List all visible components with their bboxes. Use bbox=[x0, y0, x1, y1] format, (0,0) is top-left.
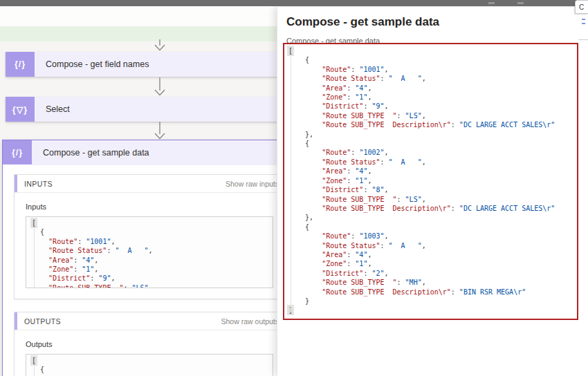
outputs-label: Outputs bbox=[26, 340, 284, 348]
outputs-header: OUTPUTS Show raw outputs bbox=[15, 312, 284, 330]
outputs-section: OUTPUTS Show raw outputs Outputs [ { bbox=[14, 312, 285, 376]
inputs-header: INPUTS Show raw inputs bbox=[15, 175, 284, 193]
compose-icon: {/} bbox=[6, 52, 35, 77]
outputs-header-label: OUTPUTS bbox=[15, 317, 221, 326]
action-card-select[interactable]: {▽} Select bbox=[6, 97, 288, 122]
browser-topbar bbox=[0, 0, 588, 6]
action-card-header[interactable]: {/} Compose - get sample data bbox=[3, 140, 290, 165]
action-card-compose-get-sample-data: {/} Compose - get sample data INPUTS Sho… bbox=[2, 140, 291, 376]
power-automate-designer: {/} Compose - get field names {▽} Select… bbox=[0, 0, 588, 376]
compose-icon: {/} bbox=[3, 140, 32, 164]
panel-decoration-dot bbox=[582, 23, 585, 24]
section-accent-bar bbox=[15, 175, 17, 192]
topbar-mark bbox=[517, 2, 524, 4]
indent-guide bbox=[34, 227, 35, 288]
select-icon: {▽} bbox=[6, 97, 35, 122]
browser-tab[interactable]: C bbox=[575, 0, 588, 14]
action-title: Compose - get field names bbox=[35, 52, 288, 77]
inputs-code-block[interactable]: [ { "Route": "1001", "Route Status": " A… bbox=[26, 216, 273, 288]
field-border-fragment bbox=[578, 39, 588, 40]
peek-panel: Compose - get sample data Compose - get … bbox=[277, 7, 588, 376]
topbar-mark bbox=[488, 2, 495, 4]
inputs-header-label: INPUTS bbox=[15, 180, 226, 188]
panel-decoration-dot bbox=[582, 19, 585, 20]
connector-arrow-icon bbox=[150, 122, 169, 140]
show-raw-inputs-link[interactable]: Show raw inputs bbox=[226, 180, 284, 188]
connector-arrow-icon bbox=[150, 39, 169, 51]
show-raw-outputs-link[interactable]: Show raw outputs bbox=[221, 317, 284, 326]
outputs-code-block[interactable]: [ { bbox=[26, 354, 273, 376]
inputs-label: Inputs bbox=[26, 203, 284, 211]
action-title: Compose - get sample data bbox=[32, 140, 290, 165]
action-title: Select bbox=[35, 97, 288, 122]
browser-tab-label: C bbox=[579, 3, 584, 11]
peek-code-block[interactable]: [ { "Route": "1001", "Route Status": " A… bbox=[283, 43, 578, 320]
connector-arrow-icon bbox=[150, 77, 169, 96]
action-card-compose-get-field-names[interactable]: {/} Compose - get field names bbox=[6, 52, 288, 77]
inputs-section: INPUTS Show raw inputs Inputs [ { "Route… bbox=[14, 174, 285, 299]
section-accent-bar bbox=[15, 312, 17, 330]
indent-guide bbox=[291, 55, 291, 312]
indent-guide bbox=[34, 365, 35, 376]
panel-title: Compose - get sample data bbox=[286, 15, 439, 29]
